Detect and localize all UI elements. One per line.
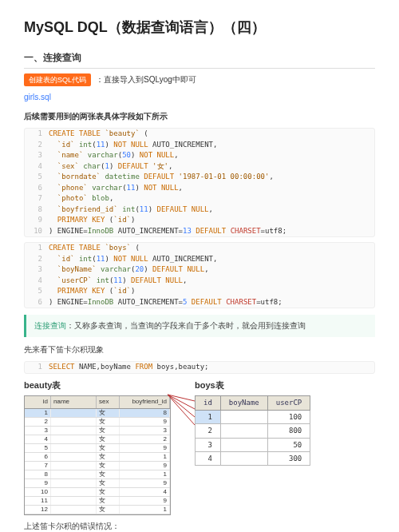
callout-lead: 连接查询 <box>34 321 66 330</box>
file-link[interactable]: girls.sql <box>24 91 375 104</box>
page-title: MySQL DQL（数据查询语言）（四） <box>24 16 375 39</box>
plain-text-2: 上述笛卡尔积的错误情况： <box>24 520 375 532</box>
tag-rest: ：直接导入到SQLyog中即可 <box>96 73 196 86</box>
beauty-table-wrap: beauty表 idnamesexboyfriend_id1女82女93女34女… <box>24 379 171 515</box>
svg-line-0 <box>168 395 195 401</box>
beauty-title: beauty表 <box>24 379 171 393</box>
schema-note: 后续需要用到的两张表具体字段如下所示 <box>24 110 375 123</box>
callout-rest: ：又称多表查询，当查询的字段来自于多个表时，就会用到连接查询 <box>66 321 306 330</box>
boys-title: boys表 <box>195 379 310 393</box>
code-block-select1: 1SELECT NAME,boyName FROM boys,beauty; <box>24 361 375 374</box>
tag-line: 创建表的SQL代码 ：直接导入到SQLyog中即可 <box>24 73 375 86</box>
svg-line-1 <box>168 395 195 409</box>
section-heading: 一、连接查询 <box>24 50 375 69</box>
svg-line-2 <box>168 395 195 417</box>
svg-line-3 <box>168 395 195 425</box>
beauty-table: idnamesexboyfriend_id1女82女93女34女25女96女17… <box>24 395 171 515</box>
callout-join: 连接查询：又称多表查询，当查询的字段来自于多个表时，就会用到连接查询 <box>24 315 375 337</box>
boys-table-wrap: boys表 idboyNameuserCP110028003504300 <box>195 379 310 466</box>
plain-text-1: 先来看下笛卡尔积现象 <box>24 343 375 356</box>
code-block-beauty: 1CREATE TABLE `beauty` (2 `id` int(11) N… <box>24 128 375 237</box>
boys-table: idboyNameuserCP110028003504300 <box>195 395 310 466</box>
sql-tag: 创建表的SQL代码 <box>24 73 91 86</box>
code-block-boys: 1CREATE TABLE `boys` (2 `id` int(11) NOT… <box>24 242 375 308</box>
